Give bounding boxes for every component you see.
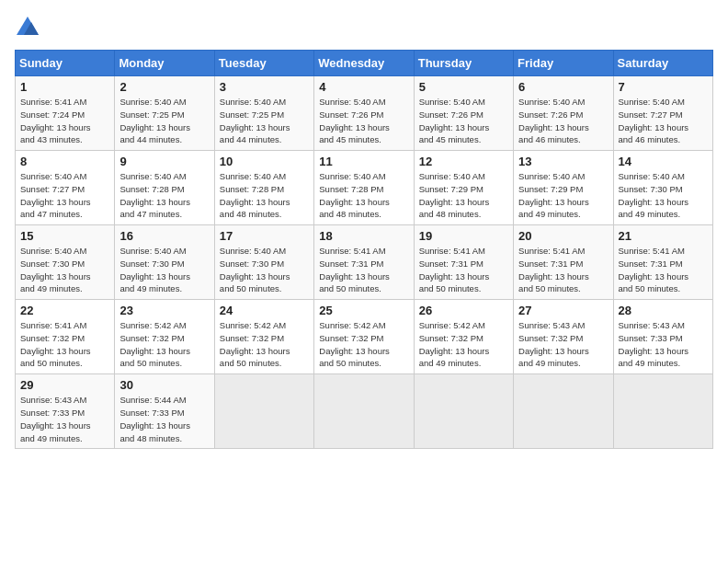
day-info: Sunrise: 5:40 AMSunset: 7:30 PMDaylight:… [119, 245, 209, 295]
day-number: 26 [419, 304, 508, 317]
day-number: 24 [220, 304, 309, 317]
day-number: 12 [419, 155, 508, 168]
day-cell: 16Sunrise: 5:40 AMSunset: 7:30 PMDayligh… [115, 225, 214, 300]
day-number: 11 [319, 155, 408, 168]
day-number: 7 [619, 80, 708, 94]
day-info: Sunrise: 5:40 AMSunset: 7:26 PMDaylight:… [518, 96, 608, 146]
day-info: Sunrise: 5:43 AMSunset: 7:33 PMDaylight:… [619, 319, 708, 370]
day-number: 5 [419, 80, 508, 94]
day-info: Sunrise: 5:43 AMSunset: 7:33 PMDaylight:… [20, 394, 109, 444]
day-cell: 29Sunrise: 5:43 AMSunset: 7:33 PMDayligh… [16, 374, 115, 449]
day-cell: 26Sunrise: 5:42 AMSunset: 7:32 PMDayligh… [414, 300, 513, 374]
day-number: 1 [20, 80, 109, 94]
day-number: 2 [119, 80, 209, 94]
day-info: Sunrise: 5:42 AMSunset: 7:32 PMDaylight:… [119, 319, 209, 370]
day-info: Sunrise: 5:40 AMSunset: 7:28 PMDaylight:… [220, 170, 309, 221]
day-cell: 6Sunrise: 5:40 AMSunset: 7:26 PMDaylight… [514, 76, 613, 151]
weekday-header-thursday: Thursday [414, 51, 513, 76]
weekday-header-wednesday: Wednesday [314, 51, 414, 76]
day-info: Sunrise: 5:40 AMSunset: 7:27 PMDaylight:… [619, 96, 708, 146]
day-cell: 10Sunrise: 5:40 AMSunset: 7:28 PMDayligh… [214, 151, 313, 225]
day-cell: 28Sunrise: 5:43 AMSunset: 7:33 PMDayligh… [613, 300, 712, 374]
day-number: 30 [119, 378, 209, 392]
day-cell: 21Sunrise: 5:41 AMSunset: 7:31 PMDayligh… [613, 225, 712, 300]
day-number: 25 [319, 304, 408, 317]
day-cell [613, 374, 712, 449]
week-row-5: 29Sunrise: 5:43 AMSunset: 7:33 PMDayligh… [16, 374, 713, 449]
day-number: 19 [419, 229, 508, 243]
day-number: 20 [518, 229, 608, 243]
day-info: Sunrise: 5:41 AMSunset: 7:31 PMDaylight:… [619, 245, 708, 295]
day-number: 4 [319, 80, 408, 94]
weekday-header-friday: Friday [514, 51, 613, 76]
day-number: 29 [20, 378, 109, 392]
day-info: Sunrise: 5:40 AMSunset: 7:28 PMDaylight:… [319, 170, 408, 221]
day-info: Sunrise: 5:40 AMSunset: 7:30 PMDaylight:… [619, 170, 708, 221]
day-cell: 2Sunrise: 5:40 AMSunset: 7:25 PMDaylight… [115, 76, 214, 151]
day-info: Sunrise: 5:44 AMSunset: 7:33 PMDaylight:… [119, 394, 209, 444]
day-cell: 19Sunrise: 5:41 AMSunset: 7:31 PMDayligh… [414, 225, 513, 300]
weekday-header-row: SundayMondayTuesdayWednesdayThursdayFrid… [16, 51, 713, 76]
day-cell: 27Sunrise: 5:43 AMSunset: 7:32 PMDayligh… [514, 300, 613, 374]
day-info: Sunrise: 5:40 AMSunset: 7:25 PMDaylight:… [220, 96, 309, 146]
day-number: 8 [20, 155, 109, 168]
day-info: Sunrise: 5:42 AMSunset: 7:32 PMDaylight:… [319, 319, 408, 370]
day-number: 14 [619, 155, 708, 168]
day-cell: 15Sunrise: 5:40 AMSunset: 7:30 PMDayligh… [16, 225, 115, 300]
day-cell: 23Sunrise: 5:42 AMSunset: 7:32 PMDayligh… [115, 300, 214, 374]
day-cell: 9Sunrise: 5:40 AMSunset: 7:28 PMDaylight… [115, 151, 214, 225]
day-info: Sunrise: 5:42 AMSunset: 7:32 PMDaylight:… [419, 319, 508, 370]
day-info: Sunrise: 5:40 AMSunset: 7:30 PMDaylight:… [20, 245, 109, 295]
day-cell: 8Sunrise: 5:40 AMSunset: 7:27 PMDaylight… [16, 151, 115, 225]
day-cell: 3Sunrise: 5:40 AMSunset: 7:25 PMDaylight… [214, 76, 313, 151]
day-info: Sunrise: 5:40 AMSunset: 7:25 PMDaylight:… [119, 96, 209, 146]
week-row-1: 1Sunrise: 5:41 AMSunset: 7:24 PMDaylight… [16, 76, 713, 151]
day-cell: 25Sunrise: 5:42 AMSunset: 7:32 PMDayligh… [314, 300, 414, 374]
week-row-2: 8Sunrise: 5:40 AMSunset: 7:27 PMDaylight… [16, 151, 713, 225]
calendar-table: SundayMondayTuesdayWednesdayThursdayFrid… [15, 50, 713, 449]
day-info: Sunrise: 5:40 AMSunset: 7:27 PMDaylight:… [20, 170, 109, 221]
day-number: 9 [119, 155, 209, 168]
day-cell: 30Sunrise: 5:44 AMSunset: 7:33 PMDayligh… [115, 374, 214, 449]
day-cell: 20Sunrise: 5:41 AMSunset: 7:31 PMDayligh… [514, 225, 613, 300]
day-cell: 22Sunrise: 5:41 AMSunset: 7:32 PMDayligh… [16, 300, 115, 374]
day-number: 3 [220, 80, 309, 94]
day-cell: 1Sunrise: 5:41 AMSunset: 7:24 PMDaylight… [16, 76, 115, 151]
day-cell [414, 374, 513, 449]
day-cell: 18Sunrise: 5:41 AMSunset: 7:31 PMDayligh… [314, 225, 414, 300]
day-cell [314, 374, 414, 449]
day-number: 28 [619, 304, 708, 317]
day-number: 13 [518, 155, 608, 168]
day-cell: 5Sunrise: 5:40 AMSunset: 7:26 PMDaylight… [414, 76, 513, 151]
day-info: Sunrise: 5:41 AMSunset: 7:31 PMDaylight:… [419, 245, 508, 295]
day-number: 15 [20, 229, 109, 243]
day-info: Sunrise: 5:41 AMSunset: 7:24 PMDaylight:… [20, 96, 109, 146]
logo-icon [15, 15, 40, 40]
day-cell: 4Sunrise: 5:40 AMSunset: 7:26 PMDaylight… [314, 76, 414, 151]
day-cell: 24Sunrise: 5:42 AMSunset: 7:32 PMDayligh… [214, 300, 313, 374]
day-info: Sunrise: 5:41 AMSunset: 7:31 PMDaylight:… [319, 245, 408, 295]
day-info: Sunrise: 5:40 AMSunset: 7:29 PMDaylight:… [419, 170, 508, 221]
day-cell: 12Sunrise: 5:40 AMSunset: 7:29 PMDayligh… [414, 151, 513, 225]
weekday-header-monday: Monday [115, 51, 214, 76]
day-info: Sunrise: 5:40 AMSunset: 7:29 PMDaylight:… [518, 170, 608, 221]
week-row-4: 22Sunrise: 5:41 AMSunset: 7:32 PMDayligh… [16, 300, 713, 374]
day-info: Sunrise: 5:41 AMSunset: 7:31 PMDaylight:… [518, 245, 608, 295]
day-cell: 14Sunrise: 5:40 AMSunset: 7:30 PMDayligh… [613, 151, 712, 225]
day-number: 27 [518, 304, 608, 317]
logo [15, 15, 44, 40]
day-info: Sunrise: 5:42 AMSunset: 7:32 PMDaylight:… [220, 319, 309, 370]
day-cell [514, 374, 613, 449]
day-cell: 11Sunrise: 5:40 AMSunset: 7:28 PMDayligh… [314, 151, 414, 225]
day-cell [214, 374, 313, 449]
day-info: Sunrise: 5:43 AMSunset: 7:32 PMDaylight:… [518, 319, 608, 370]
day-info: Sunrise: 5:40 AMSunset: 7:30 PMDaylight:… [220, 245, 309, 295]
weekday-header-sunday: Sunday [16, 51, 115, 76]
day-number: 10 [220, 155, 309, 168]
day-info: Sunrise: 5:40 AMSunset: 7:26 PMDaylight:… [419, 96, 508, 146]
day-number: 6 [518, 80, 608, 94]
header [15, 15, 713, 40]
day-cell: 7Sunrise: 5:40 AMSunset: 7:27 PMDaylight… [613, 76, 712, 151]
day-number: 21 [619, 229, 708, 243]
day-number: 17 [220, 229, 309, 243]
